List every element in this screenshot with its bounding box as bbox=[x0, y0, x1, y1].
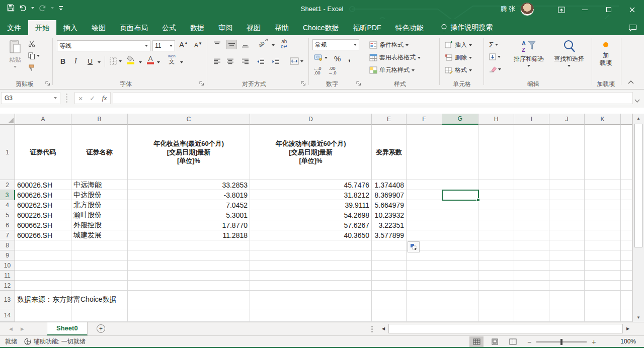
fill-color-dropdown-icon[interactable] bbox=[139, 61, 142, 63]
cell-K9[interactable] bbox=[585, 250, 621, 260]
cell-L14[interactable] bbox=[621, 309, 632, 322]
conditional-formatting-button[interactable]: 条件格式 bbox=[369, 41, 409, 49]
cell-I11[interactable] bbox=[514, 271, 549, 281]
cell-C8[interactable] bbox=[128, 240, 250, 250]
cell-J5[interactable] bbox=[549, 210, 585, 220]
cell-B11[interactable] bbox=[71, 271, 128, 281]
format-cells-button[interactable]: 格式 bbox=[445, 66, 472, 74]
column-header-A[interactable]: A bbox=[15, 114, 71, 125]
row-header-2[interactable]: 2 bbox=[0, 180, 15, 190]
cell-I3[interactable] bbox=[514, 190, 549, 200]
cell-H3[interactable] bbox=[478, 190, 514, 200]
alignment-dialog-launcher[interactable] bbox=[301, 80, 306, 88]
cell-E13[interactable] bbox=[372, 291, 407, 309]
column-header-K[interactable]: K bbox=[585, 114, 621, 125]
cell-L9[interactable] bbox=[621, 250, 632, 260]
align-right-button[interactable] bbox=[242, 58, 249, 65]
cell-G10[interactable] bbox=[442, 260, 478, 271]
cell-A11[interactable] bbox=[15, 271, 71, 281]
cell-B6[interactable]: 外服控股 bbox=[71, 220, 128, 230]
cell-H6[interactable] bbox=[478, 220, 514, 230]
cell-A5[interactable]: 600226.SH bbox=[15, 210, 71, 220]
enter-button[interactable]: ✓ bbox=[90, 95, 95, 102]
cell-B7[interactable]: 城建发展 bbox=[71, 230, 128, 240]
number-format-combo[interactable]: 常规 bbox=[312, 39, 359, 50]
cell-G6[interactable] bbox=[442, 220, 478, 230]
shrink-font-button[interactable]: A▼ bbox=[194, 41, 202, 49]
column-header-J[interactable]: J bbox=[549, 114, 585, 125]
cell-I14[interactable] bbox=[514, 309, 549, 322]
cell-I6[interactable] bbox=[514, 220, 549, 230]
column-header-E[interactable]: E bbox=[372, 114, 407, 125]
comma-style-button[interactable]: , bbox=[348, 53, 351, 63]
cell-I2[interactable] bbox=[514, 180, 549, 190]
borders-button[interactable] bbox=[110, 57, 122, 65]
align-bottom-button[interactable] bbox=[242, 41, 249, 48]
row-header-11[interactable]: 11 bbox=[0, 271, 15, 281]
cell-I4[interactable] bbox=[514, 200, 549, 210]
ribbon-tab-福昕PDF[interactable]: 福昕PDF bbox=[346, 20, 388, 35]
ribbon-tab-Choice数据[interactable]: Choice数据 bbox=[296, 20, 346, 35]
row-header-6[interactable]: 6 bbox=[0, 220, 15, 230]
addins-button[interactable]: 加载项 bbox=[595, 42, 617, 67]
cell-J3[interactable] bbox=[549, 190, 585, 200]
column-header-F[interactable]: F bbox=[407, 114, 442, 125]
cell-B9[interactable] bbox=[71, 250, 128, 260]
cell-K3[interactable] bbox=[585, 190, 621, 200]
grow-font-button[interactable]: A▲ bbox=[179, 40, 188, 49]
cell-D6[interactable]: 57.6267 bbox=[250, 220, 372, 230]
cell-A8[interactable] bbox=[15, 240, 71, 250]
cell-E5[interactable]: 10.23932 bbox=[372, 210, 407, 220]
format-painter-button[interactable] bbox=[28, 64, 35, 71]
cell-L6[interactable] bbox=[621, 220, 632, 230]
cancel-button[interactable]: × bbox=[78, 94, 83, 103]
cell-H1[interactable] bbox=[478, 125, 514, 180]
cell-C11[interactable] bbox=[128, 271, 250, 281]
tell-me-search[interactable]: 操作说明搜索 bbox=[441, 20, 493, 35]
cell-B3[interactable]: 申达股份 bbox=[71, 190, 128, 200]
cell-D13[interactable] bbox=[250, 291, 372, 309]
cell-C7[interactable]: 11.2818 bbox=[128, 230, 250, 240]
number-dialog-launcher[interactable] bbox=[356, 80, 361, 88]
clipboard-dialog-launcher[interactable] bbox=[45, 80, 50, 88]
cell-H4[interactable] bbox=[478, 200, 514, 210]
cell-B14[interactable] bbox=[71, 309, 128, 322]
column-header-G[interactable]: G bbox=[442, 114, 478, 125]
cell-H5[interactable] bbox=[478, 210, 514, 220]
ribbon-tab-帮助[interactable]: 帮助 bbox=[268, 20, 296, 35]
page-layout-view-button[interactable] bbox=[488, 336, 502, 347]
cell-A6[interactable]: 600662.SH bbox=[15, 220, 71, 230]
wrap-text-button[interactable]: abc↵ bbox=[281, 39, 287, 49]
cell-J10[interactable] bbox=[549, 260, 585, 271]
cell-D14[interactable] bbox=[250, 309, 372, 322]
column-header-B[interactable]: B bbox=[71, 114, 128, 125]
formula-bar-splitter[interactable] bbox=[66, 94, 67, 103]
ribbon-tab-公式[interactable]: 公式 bbox=[155, 20, 183, 35]
sheet-tab-active[interactable]: Sheet0 bbox=[47, 322, 88, 335]
cell-C2[interactable]: 33.2853 bbox=[128, 180, 250, 190]
scroll-up-icon[interactable]: ▲ bbox=[633, 114, 644, 123]
cell-G5[interactable] bbox=[442, 210, 478, 220]
account-area[interactable]: 腾 张 bbox=[500, 2, 534, 16]
fill-color-button[interactable] bbox=[127, 55, 135, 64]
cell-L10[interactable] bbox=[621, 260, 632, 271]
delete-cells-button[interactable]: 删除 bbox=[445, 53, 472, 62]
zoom-level[interactable]: 100% bbox=[620, 338, 636, 345]
copy-button[interactable] bbox=[28, 52, 40, 59]
ribbon-tab-特色功能[interactable]: 特色功能 bbox=[388, 20, 431, 35]
cut-button[interactable] bbox=[28, 40, 35, 47]
cell-D11[interactable] bbox=[250, 271, 372, 281]
cell-F7[interactable] bbox=[407, 230, 442, 240]
cell-F6[interactable] bbox=[407, 220, 442, 230]
scrollbar-resize-handle[interactable] bbox=[371, 326, 373, 332]
underline-dropdown-icon[interactable] bbox=[98, 61, 101, 63]
cell-H13[interactable] bbox=[478, 291, 514, 309]
cell-F4[interactable] bbox=[407, 200, 442, 210]
cell-L8[interactable] bbox=[621, 240, 632, 250]
cell-G1[interactable] bbox=[442, 125, 478, 180]
fill-handle[interactable] bbox=[476, 198, 480, 202]
cell-D2[interactable]: 45.7476 bbox=[250, 180, 372, 190]
align-top-button[interactable] bbox=[213, 41, 221, 48]
cell-I8[interactable] bbox=[514, 240, 549, 250]
zoom-out-button[interactable]: − bbox=[527, 338, 531, 346]
